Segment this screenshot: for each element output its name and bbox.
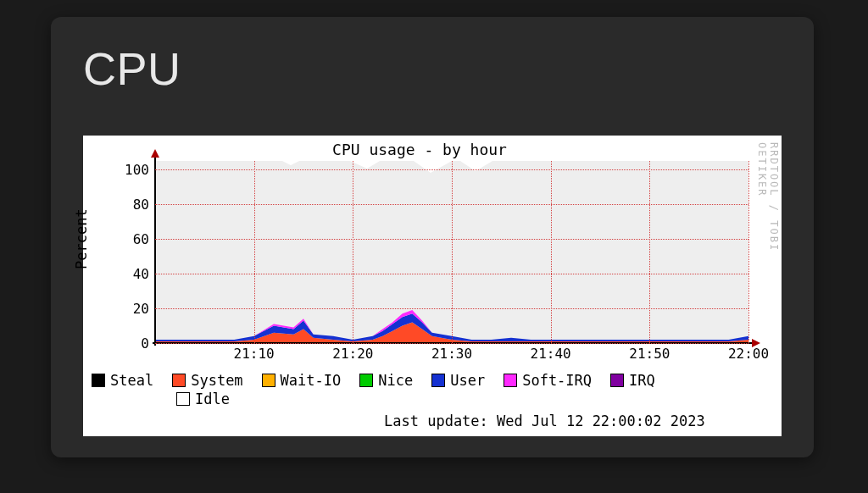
x-gridline	[254, 161, 255, 343]
legend-swatch-icon	[610, 374, 624, 387]
legend-item-wait-io: Wait-IO	[262, 371, 342, 390]
y-gridline	[155, 343, 748, 344]
legend-swatch-icon	[172, 374, 186, 387]
card-title: CPU	[51, 17, 814, 95]
chart-legend: StealSystemWait-IONiceUserSoft-IRQIRQ Id…	[92, 371, 756, 430]
cpu-chart-image: CPU usage - by hour Percent RRDTOOL / TO…	[83, 136, 782, 436]
cpu-card: CPU CPU usage - by hour Percent RRDTOOL …	[51, 17, 814, 457]
y-tick-label: 20	[83, 301, 149, 317]
rrdtool-watermark: RRDTOOL / TOBI OETIKER	[763, 142, 780, 312]
legend-label: Nice	[378, 371, 413, 390]
idle-area	[282, 161, 492, 173]
legend-label: Wait-IO	[281, 371, 342, 390]
legend-item-nice: Nice	[359, 371, 413, 390]
y-tick-label: 40	[83, 266, 149, 282]
x-gridline	[452, 161, 453, 343]
plot-area	[155, 161, 748, 343]
legend-label: Steal	[110, 371, 153, 390]
x-tick-label: 21:40	[531, 346, 571, 362]
x-tick-label: 21:10	[234, 346, 275, 362]
y-tick-label: 80	[83, 197, 149, 213]
legend-item-steal: Steal	[92, 371, 153, 390]
legend-item-system: System	[172, 371, 242, 390]
y-tick-label: 0	[83, 335, 149, 352]
x-tick-label: 22:00	[728, 346, 769, 362]
legend-swatch-icon	[262, 374, 275, 387]
legend-row-2: Idle	[92, 390, 756, 408]
legend-label: User	[450, 371, 485, 390]
x-tick-label: 21:30	[431, 346, 472, 362]
chart-title: CPU usage - by hour	[83, 141, 756, 158]
y-axis-arrowhead-icon	[151, 149, 159, 158]
x-gridline	[748, 161, 749, 343]
legend-row-1: StealSystemWait-IONiceUserSoft-IRQIRQ	[92, 371, 756, 390]
legend-item-soft-irq: Soft-IRQ	[504, 371, 592, 390]
x-gridline	[649, 161, 650, 343]
legend-swatch-icon	[504, 374, 517, 387]
legend-item-idle: Idle	[176, 390, 230, 408]
x-tick-label: 21:50	[629, 346, 670, 362]
x-tick-label: 21:20	[332, 346, 373, 362]
y-axis-line	[154, 152, 156, 346]
x-gridline	[551, 161, 552, 343]
legend-item-user: User	[431, 371, 485, 390]
legend-item-irq: IRQ	[610, 371, 655, 390]
legend-swatch-icon	[176, 392, 190, 406]
legend-swatch-icon	[92, 374, 105, 387]
last-update-text: Last update: Wed Jul 12 22:00:02 2023	[92, 412, 756, 430]
legend-swatch-icon	[359, 374, 373, 387]
legend-label: Idle	[195, 390, 230, 408]
legend-swatch-icon	[431, 374, 445, 387]
y-tick-label: 60	[83, 231, 149, 247]
y-tick-label: 100	[83, 162, 149, 178]
legend-label: Soft-IRQ	[522, 371, 592, 390]
legend-label: IRQ	[629, 371, 655, 390]
x-gridline	[353, 161, 353, 343]
legend-label: System	[191, 371, 242, 390]
